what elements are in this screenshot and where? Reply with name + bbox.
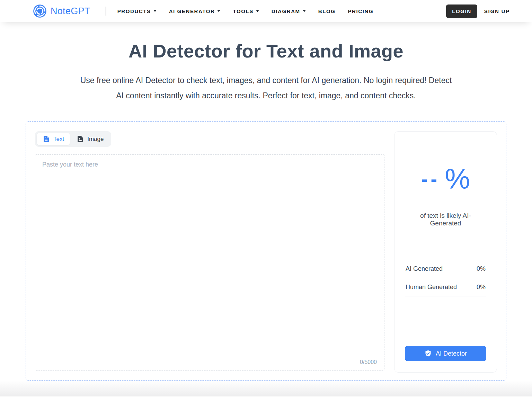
stat-label: AI Generated (406, 265, 443, 273)
text-input-area: 0/5000 (35, 154, 384, 371)
nav-item-blog[interactable]: BLOG (318, 8, 336, 14)
tab-text[interactable]: Text (37, 133, 70, 145)
nav-label: PRODUCTS (117, 8, 151, 14)
nav-item-products[interactable]: PRODUCTS (117, 8, 157, 14)
caret-down-icon (256, 10, 259, 12)
document-icon (43, 135, 50, 143)
caret-down-icon (217, 10, 220, 12)
page-title: AI Detector for Text and Image (0, 40, 532, 62)
percent-symbol: % (445, 165, 470, 193)
auth-actions: LOGIN SIGN UP (446, 5, 510, 18)
ai-detector-button[interactable]: AI Detector (405, 346, 486, 361)
main-content: AI Detector for Text and Image Use free … (0, 40, 532, 381)
percent-value: -- (421, 169, 440, 189)
nav-label: DIAGRAM (272, 8, 300, 14)
notegpt-swirl-icon (33, 4, 47, 18)
tab-image[interactable]: Image (71, 133, 109, 145)
brand-name: NoteGPT (51, 6, 90, 17)
nav-item-diagram[interactable]: DIAGRAM (272, 8, 306, 14)
login-button[interactable]: LOGIN (446, 5, 477, 18)
main-nav: PRODUCTS AI GENERATOR TOOLS DIAGRAM BLOG… (117, 8, 374, 14)
flex-spacer (405, 296, 486, 346)
character-counter: 0/5000 (360, 359, 377, 365)
stat-label: Human Generated (406, 284, 457, 291)
nav-label: PRICING (348, 8, 373, 14)
nav-item-tools[interactable]: TOOLS (233, 8, 259, 14)
tab-image-label: Image (87, 136, 104, 143)
signup-link[interactable]: SIGN UP (484, 8, 510, 14)
nav-item-pricing[interactable]: PRICING (348, 8, 373, 14)
ai-percentage-display: -- % (405, 165, 486, 193)
stat-value: 0% (477, 284, 486, 291)
nav-label: TOOLS (233, 8, 253, 14)
stat-row-ai-generated: AI Generated 0% (405, 260, 486, 278)
shield-check-icon (424, 350, 432, 357)
stat-value: 0% (477, 265, 486, 273)
nav-label: AI GENERATOR (169, 8, 215, 14)
next-section-edge (0, 381, 532, 396)
result-caption: of text is likely AI-Generated (405, 212, 486, 227)
nav-label: BLOG (318, 8, 336, 14)
brand-logo[interactable]: NoteGPT (33, 4, 90, 18)
ai-detector-panel: Text Image 0/5000 (26, 121, 506, 381)
top-navigation-bar: NoteGPT PRODUCTS AI GENERATOR TOOLS DIAG… (0, 0, 532, 22)
image-icon (77, 135, 84, 143)
nav-item-ai-generator[interactable]: AI GENERATOR (169, 8, 221, 14)
subtitle-line-2: AI content instantly with accurate resul… (116, 91, 416, 100)
tab-text-label: Text (53, 136, 64, 143)
header-divider (106, 7, 106, 16)
input-column: Text Image 0/5000 (35, 131, 384, 370)
caret-down-icon (303, 10, 306, 12)
input-mode-tabs: Text Image (35, 131, 111, 147)
ai-detector-button-label: AI Detector (436, 350, 467, 357)
paste-text-input[interactable] (35, 154, 384, 371)
result-stats: AI Generated 0% Human Generated 0% (405, 260, 486, 296)
result-card: -- % of text is likely AI-Generated AI G… (394, 131, 497, 373)
stat-row-human-generated: Human Generated 0% (405, 278, 486, 296)
page-subtitle: Use free online AI Detector to check tex… (0, 73, 532, 103)
caret-down-icon (153, 10, 157, 12)
subtitle-line-1: Use free online AI Detector to check tex… (80, 76, 452, 85)
